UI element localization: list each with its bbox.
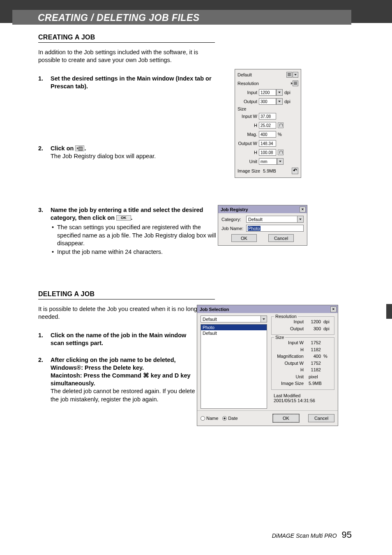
cancel-button[interactable]: Cancel: [308, 414, 334, 422]
input-res-field[interactable]: 1200: [259, 89, 276, 96]
resolution-fieldset: Resolution Input1200dpi Output300dpi: [271, 316, 334, 335]
jobname-input[interactable]: Photo: [246, 225, 304, 232]
input-label: Input: [238, 90, 259, 95]
creating-intro: In addition to the Job settings included…: [38, 48, 215, 64]
radio-icon: [201, 416, 205, 421]
output-res-dropdown[interactable]: [276, 98, 283, 105]
unit-dropdown[interactable]: [277, 158, 284, 165]
step1-text: Set the desired settings in the Main win…: [51, 75, 212, 90]
ok-button-inline-icon: OK: [116, 215, 131, 221]
job-registry-dialog: Job Registry × Category: Default Job Nam…: [218, 205, 307, 246]
job-list-icon[interactable]: [286, 72, 292, 78]
step2-note: The Job Registry dialog box will appear.: [51, 152, 217, 160]
page-banner: CREATING / DELETING JOB FILES: [12, 10, 351, 25]
creating-step-2: 2. Click on . The Job Registry dialog bo…: [38, 145, 217, 160]
settings-name: Default: [238, 72, 286, 77]
radio-date[interactable]: Date: [222, 416, 238, 421]
inh-value: 1182: [306, 346, 321, 353]
radio-icon: [222, 416, 227, 421]
chevron-down-icon: [261, 316, 267, 322]
step-number: 1.: [38, 75, 51, 90]
h-label: H: [238, 123, 259, 128]
ok-button[interactable]: OK: [273, 414, 299, 422]
h-label: H: [274, 346, 306, 353]
creating-step-1: 1. Set the desired settings in the Main …: [38, 75, 217, 90]
dialog-title: Job Registry: [221, 207, 248, 212]
h-label: H: [238, 150, 259, 155]
job-registry-button-icon[interactable]: [293, 81, 298, 86]
input-value: 1200: [306, 318, 321, 325]
deleting-step-2: 2. After clicking on the job name to be …: [38, 356, 199, 403]
dpi-label: dpi: [321, 318, 330, 325]
dpi-label: dpi: [283, 99, 291, 104]
mag-value: 400: [306, 353, 321, 360]
reset-icon[interactable]: [292, 168, 298, 174]
lock-icon[interactable]: [278, 122, 284, 128]
dialog-title: Job Selection: [200, 307, 229, 312]
unit-label: Unit: [274, 373, 306, 380]
category-select[interactable]: Default: [201, 315, 267, 322]
job-listbox[interactable]: Photo Default: [201, 324, 267, 409]
lock-icon[interactable]: [278, 150, 284, 155]
mag-field[interactable]: 400: [259, 131, 276, 138]
category-value: Default: [248, 217, 263, 222]
chevron-down-icon: [297, 216, 303, 222]
input-res-dropdown[interactable]: [276, 89, 283, 96]
image-size-value: 5.9MB: [263, 168, 276, 173]
command-key-icon: ⌘: [143, 372, 149, 380]
inw-label: Input W: [274, 339, 306, 346]
del-step2-l3a: Macintosh: Press the Command: [51, 372, 143, 379]
jobname-value: Photo: [248, 226, 261, 231]
output-w-label: Output W: [238, 141, 259, 146]
lastmod-value: 2001/05/15 14:31:56: [274, 398, 334, 403]
close-icon[interactable]: ×: [300, 207, 306, 212]
list-item[interactable]: Default: [201, 330, 267, 336]
job-registry-icon: [75, 145, 84, 151]
step2a: Click on: [51, 145, 75, 152]
outh-value: 1182: [306, 366, 321, 373]
radio-name[interactable]: Name: [201, 416, 218, 421]
imgsize-value: 5.9MB: [306, 380, 332, 387]
step-number: 2.: [38, 145, 51, 160]
category-select[interactable]: Default: [246, 216, 304, 223]
del-step2-l1: After clicking on the job name to be del…: [51, 356, 199, 364]
side-tab: [386, 304, 392, 319]
dpi-label: dpi: [321, 325, 330, 332]
size-label: Size: [238, 106, 298, 111]
step-number: 3.: [38, 206, 51, 257]
radio-name-label: Name: [206, 416, 218, 421]
bullet-dot: •: [51, 223, 57, 247]
step-number: 2.: [38, 356, 51, 403]
job-dropdown-icon[interactable]: [293, 72, 298, 78]
job-selection-dialog: Job Selection × Default Photo Default Re…: [197, 305, 338, 426]
step2b: .: [84, 145, 86, 152]
ok-button[interactable]: OK: [231, 234, 257, 242]
page-footer: DiMAGE Scan Multi PRO 95: [272, 530, 352, 540]
image-size-label: Image Size: [238, 168, 263, 173]
dialog-titlebar: Job Registry ×: [218, 205, 307, 213]
lastmod-label: Last Modified: [274, 393, 334, 398]
heading-deleting: DELETING A JOB: [38, 290, 215, 299]
output-w-field[interactable]: 148.34: [259, 140, 276, 147]
input-h-field[interactable]: 25.02: [259, 122, 276, 129]
output-h-field[interactable]: 100.08: [259, 149, 276, 156]
page-number: 95: [339, 530, 352, 540]
jobname-label: Job Name:: [221, 226, 246, 231]
output-value: 300: [306, 325, 321, 332]
radio-date-label: Date: [228, 416, 238, 421]
dpi-label: dpi: [283, 90, 291, 95]
input-w-label: Input W: [238, 114, 259, 119]
scan-settings-panel: Default Resolution Input 1200 dpi Output…: [235, 69, 301, 178]
size-legend: Size: [274, 335, 285, 340]
cancel-button[interactable]: Cancel: [268, 234, 294, 242]
output-res-field[interactable]: 300: [259, 98, 276, 105]
step3-bullet1: The scan settings you specified are regi…: [57, 223, 217, 247]
list-item[interactable]: Photo: [201, 325, 267, 330]
step-number: 1.: [38, 332, 51, 347]
input-w-field[interactable]: 37.08: [259, 113, 276, 120]
step3b: .: [131, 214, 133, 221]
unit-label: Unit: [238, 159, 259, 164]
close-icon[interactable]: ×: [330, 306, 337, 312]
output-label: Output: [274, 325, 306, 332]
unit-field[interactable]: mm: [259, 158, 277, 165]
